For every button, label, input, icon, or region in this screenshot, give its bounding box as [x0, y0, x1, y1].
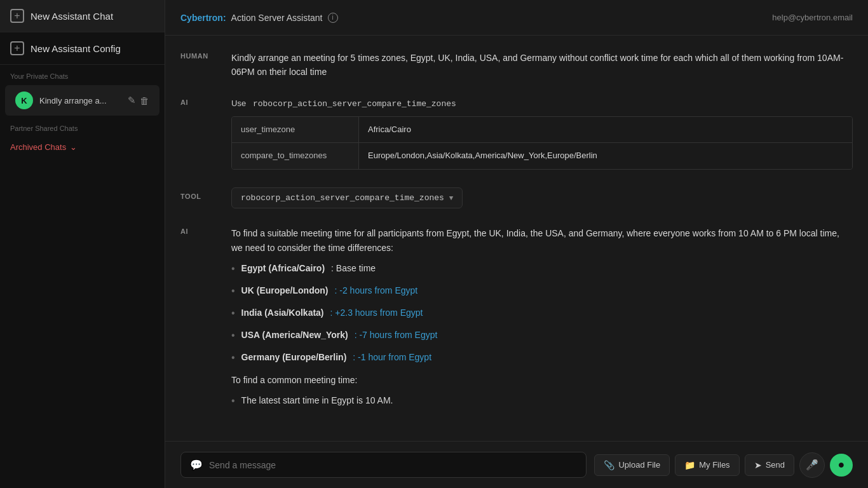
chat-area: HUMAN Kindly arrange an meeting for 5 ti…	[165, 36, 868, 441]
tool-fn-badge[interactable]: robocorp_action_server_compare_time_zone…	[231, 187, 463, 208]
upload-file-label: Upload File	[618, 460, 660, 470]
dropdown-arrow-icon: ▼	[449, 194, 454, 202]
message-input[interactable]	[209, 460, 577, 470]
ai-outro-text: To find a common meeting time:	[231, 373, 853, 388]
params-table: user_timezone Africa/Cairo compare_to_ti…	[231, 116, 853, 170]
bullet-germany-text: : -1 hour from Egypt	[353, 351, 431, 364]
tool-label: TOOL	[180, 187, 231, 208]
plus-icon-2: +	[10, 41, 24, 55]
chevron-down-icon: ⌄	[70, 142, 77, 152]
ai-label-1: AI	[180, 97, 231, 170]
send-button[interactable]: ➤ Send	[745, 454, 794, 476]
bullet-usa: USA (America/New_York) : -7 hours from E…	[231, 329, 853, 343]
brand-name: Cybertron:	[180, 13, 226, 23]
param-row-timezone: user_timezone Africa/Cairo	[232, 117, 852, 144]
ai-intro-text: To find a suitable meeting time for all …	[231, 226, 853, 255]
plus-icon: +	[10, 9, 24, 23]
chat-item-text: Kindly arrange a...	[39, 96, 121, 105]
partial-bullet-list: The latest start time in Egypt is 10 AM.	[231, 394, 853, 409]
archived-chats-label: Archived Chats	[10, 142, 66, 152]
header-assistant-title: Action Server Assistant	[231, 13, 323, 23]
ai-message-1-content: Use robocorp_action_server_compare_time_…	[231, 97, 853, 170]
param-value-compare: Europe/London,Asia/Kolkata,America/New_Y…	[359, 143, 852, 169]
avatar: K	[15, 92, 33, 109]
header-title: Cybertron: Action Server Assistant i	[180, 13, 338, 23]
bullet-usa-strong: USA (America/New_York)	[241, 329, 348, 342]
live-button[interactable]: ●	[830, 454, 853, 477]
bullet-india-strong: India (Asia/Kolkata)	[241, 306, 324, 320]
bullet-usa-text: : -7 hours from Egypt	[355, 329, 438, 342]
message-input-wrap: 💬	[180, 452, 587, 478]
active-chat-item[interactable]: K Kindly arrange a... ✎ 🗑	[5, 85, 159, 116]
bullet-egypt-text: : Base time	[331, 262, 376, 275]
tool-fn-name: robocorp_action_server_compare_time_zone…	[241, 193, 444, 203]
my-files-button[interactable]: 📁 My Files	[675, 454, 739, 476]
chat-item-actions: ✎ 🗑	[128, 95, 149, 106]
ai-label-2: AI	[180, 226, 231, 416]
bullet-partial-text: The latest start time in Egypt is 10 AM.	[241, 394, 393, 407]
delete-icon[interactable]: 🗑	[140, 95, 149, 106]
tool-content: robocorp_action_server_compare_time_zone…	[231, 187, 853, 208]
new-config-button[interactable]: + New Assistant Config	[0, 32, 165, 65]
human-message-content: Kindly arrange an meeting for 5 times zo…	[231, 51, 853, 79]
header-email: help@cybertron.email	[772, 13, 853, 22]
mic-button[interactable]: 🎤	[799, 452, 825, 478]
your-private-chats-label: Your Private Chats	[0, 65, 165, 84]
sidebar: + New Assistant Chat + New Assistant Con…	[0, 0, 165, 488]
live-icon: ●	[838, 458, 845, 471]
folder-icon: 📁	[684, 460, 695, 470]
param-key-timezone: user_timezone	[232, 117, 359, 143]
edit-icon[interactable]: ✎	[128, 95, 136, 106]
new-chat-button[interactable]: + New Assistant Chat	[0, 0, 165, 32]
ai-message-2-content: To find a suitable meeting time for all …	[231, 226, 853, 416]
tool-call-label: Use robocorp_action_server_compare_time_…	[231, 97, 853, 111]
bullet-partial: The latest start time in Egypt is 10 AM.	[231, 394, 853, 409]
main-content: Cybertron: Action Server Assistant i hel…	[165, 0, 868, 488]
param-value-timezone: Africa/Cairo	[359, 117, 852, 143]
bullet-egypt: Egypt (Africa/Cairo) : Base time	[231, 262, 853, 276]
input-area: 💬 📎 Upload File 📁 My Files ➤ Send 🎤 ●	[165, 441, 868, 488]
param-key-compare: compare_to_timezones	[232, 143, 359, 169]
header: Cybertron: Action Server Assistant i hel…	[165, 0, 868, 36]
bullet-uk-text: : -2 hours from Egypt	[334, 284, 417, 297]
function-name: robocorp_action_server_compare_time_zone…	[253, 99, 456, 109]
human-label: HUMAN	[180, 51, 231, 79]
my-files-label: My Files	[699, 460, 729, 470]
bullet-india-text: : +2.3 hours from Egypt	[330, 306, 423, 320]
ai-message-2-block: AI To find a suitable meeting time for a…	[180, 226, 853, 416]
chat-bubble-icon: 💬	[190, 459, 203, 471]
use-prefix: Use	[231, 98, 246, 108]
bullet-uk-strong: UK (Europe/London)	[241, 284, 329, 297]
bullet-uk: UK (Europe/London) : -2 hours from Egypt	[231, 284, 853, 299]
bullet-egypt-strong: Egypt (Africa/Cairo)	[241, 262, 325, 275]
bullet-india: India (Asia/Kolkata) : +2.3 hours from E…	[231, 306, 853, 321]
upload-file-button[interactable]: 📎 Upload File	[594, 454, 670, 476]
bullet-germany-strong: Germany (Europe/Berlin)	[241, 351, 347, 364]
input-actions: 📎 Upload File 📁 My Files ➤ Send 🎤 ●	[594, 452, 853, 478]
bullet-germany: Germany (Europe/Berlin) : -1 hour from E…	[231, 351, 853, 365]
send-icon: ➤	[754, 460, 762, 470]
ai-message-1-block: AI Use robocorp_action_server_compare_ti…	[180, 97, 853, 170]
mic-icon: 🎤	[806, 459, 818, 471]
human-message-block: HUMAN Kindly arrange an meeting for 5 ti…	[180, 51, 853, 79]
tool-block: TOOL robocorp_action_server_compare_time…	[180, 187, 853, 208]
timezone-bullet-list: Egypt (Africa/Cairo) : Base time UK (Eur…	[231, 262, 853, 365]
archived-chats-section[interactable]: Archived Chats ⌄	[0, 136, 165, 158]
upload-icon: 📎	[604, 460, 614, 470]
send-label: Send	[766, 460, 785, 470]
partner-shared-chats-label: Partner Shared Chats	[0, 117, 165, 136]
info-icon[interactable]: i	[328, 13, 338, 23]
param-row-compare: compare_to_timezones Europe/London,Asia/…	[232, 143, 852, 169]
